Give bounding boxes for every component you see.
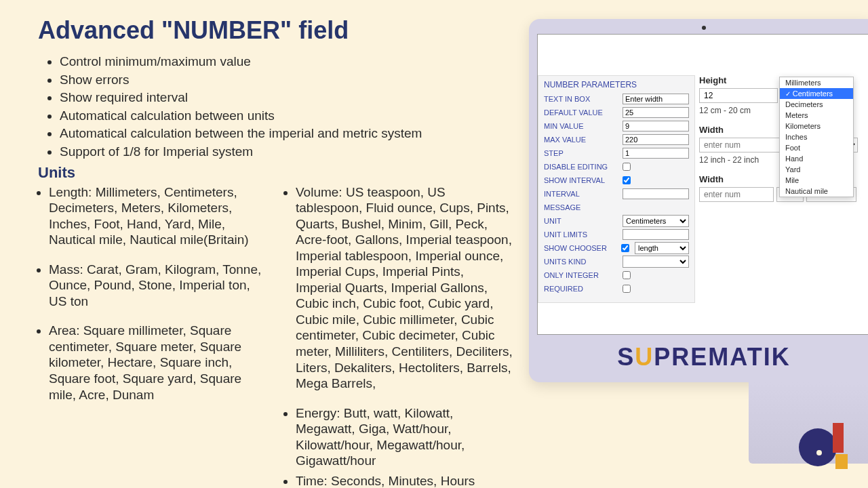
feature-item: Show required interval [60, 89, 513, 107]
show-interval-checkbox[interactable] [623, 176, 631, 184]
only-integer-label: ONLY INTEGER [544, 271, 618, 279]
feature-item: Show errors [60, 71, 513, 89]
required-checkbox[interactable] [623, 285, 631, 293]
unit-limits-input[interactable] [623, 229, 689, 240]
units-kind-label: UNITS KIND [544, 258, 618, 266]
unit-select[interactable]: Centimeters [623, 215, 689, 227]
dropdown-option[interactable]: Yard [780, 164, 853, 175]
parameters-panel: NUMBER PARAMETERS TEXT IN BOX DEFAULT VA… [538, 75, 695, 303]
message-label: MESSAGE [544, 203, 618, 211]
min-value-input[interactable] [623, 121, 689, 131]
show-chooser-checkbox[interactable] [621, 244, 629, 252]
show-chooser-label: SHOW CHOOSER [544, 244, 618, 252]
chooser-kind-select[interactable]: length [635, 242, 689, 254]
units-heading: Units [38, 164, 513, 182]
feature-item: Automatical calculation between the impe… [60, 125, 513, 143]
min-value-label: MIN VALUE [544, 122, 618, 130]
dropdown-option[interactable]: Hand [780, 153, 853, 164]
dropdown-option[interactable]: Decimeters [780, 99, 853, 110]
screen: NUMBER PARAMETERS TEXT IN BOX DEFAULT VA… [537, 34, 868, 335]
show-interval-label: SHOW INTERVAL [544, 176, 618, 184]
interval-input[interactable] [623, 188, 689, 199]
max-value-input[interactable] [623, 134, 689, 145]
unit-category: Energy: Butt, watt, Kilowatt, Megawatt, … [296, 405, 513, 469]
dropdown-option[interactable]: Millimeters [780, 77, 853, 88]
dropdown-option[interactable]: Nautical mile [780, 186, 853, 197]
dropdown-option[interactable]: Kilometers [780, 121, 853, 131]
max-value-label: MAX VALUE [544, 136, 618, 144]
camera-dot [702, 26, 706, 30]
unit-category: Time: Seconds, Minutes, Hours [296, 473, 513, 488]
dropdown-option[interactable]: Foot [780, 142, 853, 153]
unit-limits-label: UNIT LIMITS [544, 230, 618, 239]
width1-input[interactable] [699, 138, 781, 152]
units-kind-select[interactable] [623, 256, 689, 268]
disable-editing-label: DISABLE EDITING [544, 163, 618, 171]
default-value-label: DEFAULT VALUE [544, 108, 618, 117]
dropdown-option[interactable]: Mile [780, 175, 853, 186]
dropdown-option[interactable]: Meters [780, 110, 853, 121]
unit-category: Mass: Carat, Gram, Kilogram, Tonne, Ounc… [49, 262, 266, 310]
text-in-box-input[interactable] [623, 94, 689, 104]
page-title: Advanced "NUMBER" field [38, 16, 513, 45]
unit-label: UNIT [544, 217, 618, 225]
width2-input[interactable] [699, 187, 774, 202]
panel-heading: NUMBER PARAMETERS [544, 80, 689, 89]
default-value-input[interactable] [623, 107, 689, 118]
text-in-box-label: TEXT IN BOX [544, 95, 618, 103]
feature-list: Control minimum/maximum value Show error… [60, 53, 513, 161]
feature-item: Control minimum/maximum value [60, 53, 513, 71]
brand-logo-icon [799, 423, 848, 472]
unit-dropdown[interactable]: MillimetersCentimetersDecimetersMetersKi… [779, 77, 854, 197]
disable-editing-checkbox[interactable] [623, 163, 631, 171]
feature-item: Support of 1/8 for Imperial system [60, 143, 513, 161]
only-integer-checkbox[interactable] [623, 271, 631, 279]
unit-category: Length: Millimeters, Centimeters, Decime… [49, 184, 266, 248]
unit-category: Area: Square millimeter, Square centimet… [49, 323, 266, 403]
feature-item: Automatical calculation between units [60, 107, 513, 125]
monitor-mockup: NUMBER PARAMETERS TEXT IN BOX DEFAULT VA… [529, 19, 868, 464]
interval-label: INTERVAL [544, 190, 618, 198]
required-label: REQUIRED [544, 285, 618, 293]
dropdown-option[interactable]: Inches [780, 131, 853, 142]
height-input[interactable] [699, 88, 778, 103]
dropdown-option[interactable]: Centimeters [780, 88, 853, 99]
monitor-brand: SUPREMATIK [537, 343, 868, 371]
unit-category: Volume: US teaspoon, US tablespoon, Flui… [296, 184, 513, 392]
step-label: STEP [544, 149, 618, 157]
step-input[interactable] [623, 148, 689, 159]
